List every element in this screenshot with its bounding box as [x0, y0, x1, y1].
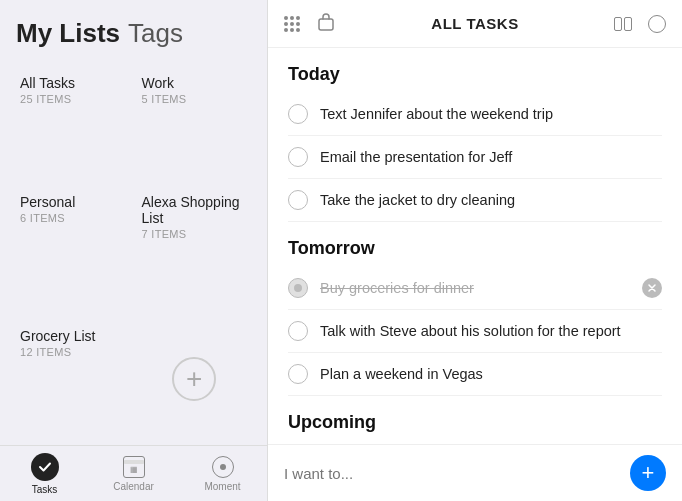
app-container: My Lists Tags All Tasks 25 ITEMS Work 5 …	[0, 0, 682, 501]
sidebar-list-grid: All Tasks 25 ITEMS Work 5 ITEMS Personal…	[0, 59, 267, 445]
section-upcoming: Upcoming	[288, 396, 662, 441]
tab-moment[interactable]: Moment	[178, 446, 267, 501]
sidebar-item-grocery[interactable]: Grocery List 12 ITEMS	[12, 312, 134, 445]
list-count-personal: 6 ITEMS	[20, 212, 126, 224]
header-right-icons	[614, 15, 666, 33]
list-name-grocery: Grocery List	[20, 328, 126, 344]
list-count-all-tasks: 25 ITEMS	[20, 93, 126, 105]
moment-icon	[212, 456, 234, 478]
main-header: ALL TASKS	[268, 0, 682, 48]
task-row-completed: Buy groceries for dinner	[288, 267, 662, 310]
grid-icon[interactable]	[284, 16, 300, 32]
task-checkbox-t4[interactable]	[288, 278, 308, 298]
tab-tasks[interactable]: Tasks	[0, 446, 89, 501]
task-checkbox-t2[interactable]	[288, 147, 308, 167]
task-text-t4: Buy groceries for dinner	[320, 280, 630, 296]
task-text-t3: Take the jacket to dry cleaning	[320, 192, 662, 208]
svg-point-0	[220, 464, 226, 470]
split-view-icon[interactable]	[614, 17, 632, 31]
calendar-icon: ▦	[123, 456, 145, 478]
svg-rect-1	[319, 19, 333, 30]
task-row: Text Jennifer about the weekend trip	[288, 93, 662, 136]
list-name-alexa: Alexa Shopping List	[142, 194, 248, 226]
main-title: ALL TASKS	[431, 15, 518, 32]
list-count-work: 5 ITEMS	[142, 93, 248, 105]
tab-tasks-label: Tasks	[32, 484, 58, 495]
sidebar-item-all-tasks[interactable]: All Tasks 25 ITEMS	[12, 59, 134, 178]
section-today: Today	[288, 48, 662, 93]
tasks-active-icon	[31, 453, 59, 481]
tab-moment-label: Moment	[204, 481, 240, 492]
header-left-icons	[284, 12, 336, 36]
main-content: ALL TASKS Today Text Jennifer about the …	[268, 0, 682, 501]
list-name-work: Work	[142, 75, 248, 91]
task-text-t1: Text Jennifer about the weekend trip	[320, 106, 662, 122]
task-text-t6: Plan a weekend in Vegas	[320, 366, 662, 382]
sidebar-tags-label[interactable]: Tags	[128, 18, 183, 49]
add-list-icon: +	[172, 357, 216, 401]
new-task-input[interactable]	[284, 465, 618, 482]
tab-calendar-label: Calendar	[113, 481, 154, 492]
sidebar: My Lists Tags All Tasks 25 ITEMS Work 5 …	[0, 0, 268, 501]
sidebar-item-work[interactable]: Work 5 ITEMS	[134, 59, 256, 178]
task-text-t5: Talk with Steve about his solution for t…	[320, 323, 662, 339]
sidebar-header: My Lists Tags	[0, 0, 267, 59]
task-row: Talk with Steve about his solution for t…	[288, 310, 662, 353]
task-checkbox-t3[interactable]	[288, 190, 308, 210]
svg-point-2	[294, 284, 302, 292]
list-count-grocery: 12 ITEMS	[20, 346, 126, 358]
list-name-personal: Personal	[20, 194, 126, 210]
sidebar-item-personal[interactable]: Personal 6 ITEMS	[12, 178, 134, 313]
sidebar-tab-bar: Tasks ▦ Calendar Moment	[0, 445, 267, 501]
task-delete-button-t4[interactable]	[642, 278, 662, 298]
task-row: Email the presentation for Jeff	[288, 136, 662, 179]
sidebar-item-alexa[interactable]: Alexa Shopping List 7 ITEMS	[134, 178, 256, 313]
task-checkbox-t5[interactable]	[288, 321, 308, 341]
section-tomorrow: Tomorrow	[288, 222, 662, 267]
task-checkbox-t1[interactable]	[288, 104, 308, 124]
tasks-list: Today Text Jennifer about the weekend tr…	[268, 48, 682, 444]
sidebar-title: My Lists	[16, 18, 120, 49]
task-text-t2: Email the presentation for Jeff	[320, 149, 662, 165]
add-task-button[interactable]: +	[630, 455, 666, 491]
task-row: Plan a weekend in Vegas	[288, 353, 662, 396]
task-checkbox-t6[interactable]	[288, 364, 308, 384]
input-bar: +	[268, 444, 682, 501]
tab-calendar[interactable]: ▦ Calendar	[89, 446, 178, 501]
bag-icon[interactable]	[316, 12, 336, 36]
list-name-all-tasks: All Tasks	[20, 75, 126, 91]
list-count-alexa: 7 ITEMS	[142, 228, 248, 240]
more-icon[interactable]	[648, 15, 666, 33]
add-list-button[interactable]: +	[134, 312, 256, 445]
task-row: Take the jacket to dry cleaning	[288, 179, 662, 222]
